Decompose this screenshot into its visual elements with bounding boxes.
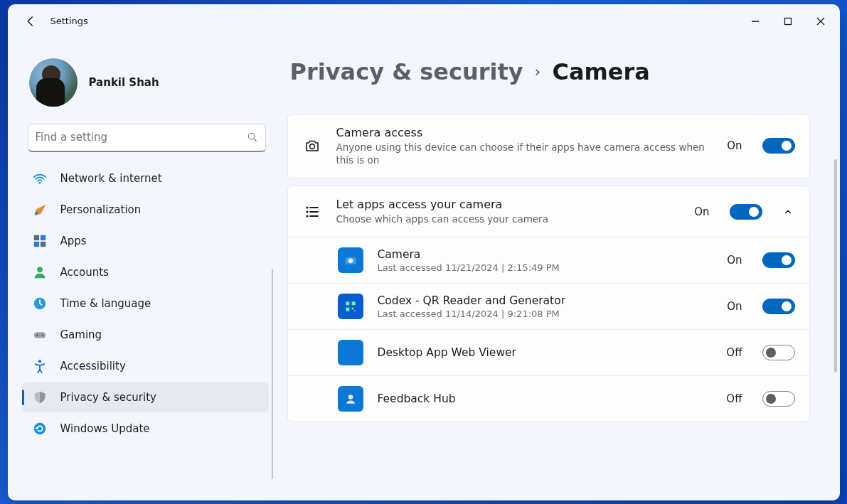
svg-rect-22 bbox=[346, 308, 349, 311]
svg-point-7 bbox=[37, 267, 43, 272]
svg-point-17 bbox=[306, 215, 308, 217]
svg-point-16 bbox=[306, 210, 308, 213]
app-row-desktop-web-viewer: Desktop App Web Viewer Off bbox=[288, 329, 809, 375]
apps-icon bbox=[32, 233, 48, 249]
sidebar-item-label: Accessibility bbox=[60, 360, 126, 372]
svg-rect-4 bbox=[40, 235, 45, 240]
svg-point-14 bbox=[309, 144, 314, 149]
let-apps-toggle[interactable] bbox=[730, 204, 762, 220]
setting-description: Anyone using this device can choose if t… bbox=[336, 141, 706, 166]
svg-rect-6 bbox=[40, 241, 45, 246]
minimize-button[interactable] bbox=[739, 7, 772, 36]
app-row-codex: Codex - QR Reader and Generator Last acc… bbox=[288, 283, 809, 329]
svg-point-2 bbox=[38, 181, 41, 183]
search-icon bbox=[247, 132, 258, 143]
arrow-left-icon bbox=[24, 15, 37, 28]
svg-rect-20 bbox=[346, 301, 349, 305]
sidebar-item-gaming[interactable]: Gaming bbox=[22, 320, 269, 350]
sidebar-item-accounts[interactable]: Accounts bbox=[22, 257, 269, 287]
camera-app-icon bbox=[338, 247, 363, 273]
list-icon bbox=[302, 203, 322, 220]
sidebar-item-label: Gaming bbox=[60, 328, 102, 341]
sidebar-nav: Network & internet Personalization Apps … bbox=[21, 162, 273, 492]
toggle-state-label: Off bbox=[723, 346, 742, 359]
qr-app-icon bbox=[338, 294, 363, 319]
app-name: Codex - QR Reader and Generator bbox=[378, 294, 708, 307]
chevron-right-icon: › bbox=[535, 63, 541, 80]
sidebar-item-label: Personalization bbox=[60, 203, 142, 216]
svg-rect-21 bbox=[351, 301, 355, 305]
user-profile[interactable]: Pankil Shah bbox=[21, 44, 273, 124]
avatar bbox=[29, 58, 78, 107]
camera-access-card: Camera access Anyone using this device c… bbox=[287, 114, 810, 178]
breadcrumb-parent[interactable]: Privacy & security bbox=[290, 58, 523, 85]
titlebar: Settings bbox=[8, 4, 840, 38]
sidebar-item-label: Network & internet bbox=[60, 172, 162, 185]
sidebar-item-windows-update[interactable]: Windows Update bbox=[22, 414, 269, 444]
app-row-feedback-hub: Feedback Hub Off bbox=[288, 375, 809, 422]
svg-point-13 bbox=[33, 422, 46, 434]
settings-window: Settings Pankil Shah bbox=[8, 4, 840, 500]
app-last-accessed: Last accessed 11/14/2024 | 9:21:08 PM bbox=[378, 309, 708, 319]
svg-point-11 bbox=[41, 334, 43, 336]
back-button[interactable] bbox=[16, 7, 45, 36]
accessibility-icon bbox=[32, 358, 48, 374]
close-icon bbox=[816, 17, 825, 26]
sidebar-item-label: Windows Update bbox=[60, 422, 150, 435]
sidebar-item-apps[interactable]: Apps bbox=[22, 226, 269, 256]
let-apps-header[interactable]: Let apps access your camera Choose which… bbox=[288, 186, 809, 237]
svg-point-25 bbox=[348, 395, 353, 400]
svg-point-15 bbox=[306, 206, 308, 208]
svg-point-10 bbox=[36, 334, 38, 336]
main-scrollbar[interactable] bbox=[834, 159, 837, 372]
svg-point-12 bbox=[38, 360, 41, 363]
content: Pankil Shah Network & internet Personali… bbox=[8, 38, 840, 500]
window-controls bbox=[739, 7, 837, 36]
camera-icon bbox=[302, 137, 322, 154]
user-name: Pankil Shah bbox=[89, 76, 159, 89]
app-toggle[interactable] bbox=[762, 345, 795, 360]
setting-description: Choose which apps can access your camera bbox=[336, 213, 676, 225]
minimize-icon bbox=[751, 17, 760, 26]
gamepad-icon bbox=[32, 327, 48, 343]
search-field[interactable] bbox=[28, 124, 266, 152]
breadcrumb: Privacy & security › Camera bbox=[287, 58, 823, 85]
svg-rect-9 bbox=[33, 332, 46, 338]
app-last-accessed: Last accessed 11/21/2024 | 2:15:49 PM bbox=[378, 262, 708, 273]
camera-access-toggle[interactable] bbox=[762, 138, 795, 154]
toggle-state-label: On bbox=[690, 205, 710, 218]
main-panel: Privacy & security › Camera Camera acces… bbox=[282, 38, 840, 500]
clock-icon bbox=[32, 296, 48, 311]
app-name: Feedback Hub bbox=[378, 392, 708, 405]
app-toggle[interactable] bbox=[762, 391, 795, 407]
app-toggle[interactable] bbox=[762, 252, 795, 268]
svg-rect-24 bbox=[354, 310, 356, 311]
app-name: Desktop App Web Viewer bbox=[378, 346, 708, 359]
wifi-icon bbox=[32, 171, 48, 186]
svg-rect-0 bbox=[784, 18, 791, 24]
sidebar-item-network[interactable]: Network & internet bbox=[22, 163, 269, 193]
feedback-app-icon bbox=[338, 386, 363, 412]
toggle-state-label: On bbox=[723, 300, 742, 313]
shield-icon bbox=[32, 390, 48, 405]
maximize-button[interactable] bbox=[772, 7, 804, 36]
settings-list: Camera access Anyone using this device c… bbox=[287, 114, 823, 423]
sidebar: Pankil Shah Network & internet Personali… bbox=[8, 38, 282, 500]
sidebar-item-time-language[interactable]: Time & language bbox=[22, 289, 269, 318]
app-name: Camera bbox=[378, 248, 708, 261]
chevron-up-icon bbox=[781, 207, 795, 217]
sidebar-item-label: Accounts bbox=[60, 266, 109, 279]
app-toggle[interactable] bbox=[762, 299, 795, 314]
sidebar-item-accessibility[interactable]: Accessibility bbox=[22, 351, 269, 381]
sidebar-item-personalization[interactable]: Personalization bbox=[22, 195, 269, 225]
breadcrumb-current: Camera bbox=[552, 58, 650, 85]
sidebar-item-label: Apps bbox=[60, 235, 87, 247]
sidebar-item-privacy[interactable]: Privacy & security bbox=[22, 382, 269, 412]
close-button[interactable] bbox=[804, 7, 837, 36]
toggle-state-label: Off bbox=[723, 392, 742, 405]
generic-app-icon bbox=[338, 340, 363, 365]
svg-rect-5 bbox=[33, 241, 38, 246]
search-input[interactable] bbox=[36, 131, 247, 144]
sidebar-scrollbar[interactable] bbox=[272, 269, 273, 479]
toggle-state-label: On bbox=[723, 254, 742, 267]
